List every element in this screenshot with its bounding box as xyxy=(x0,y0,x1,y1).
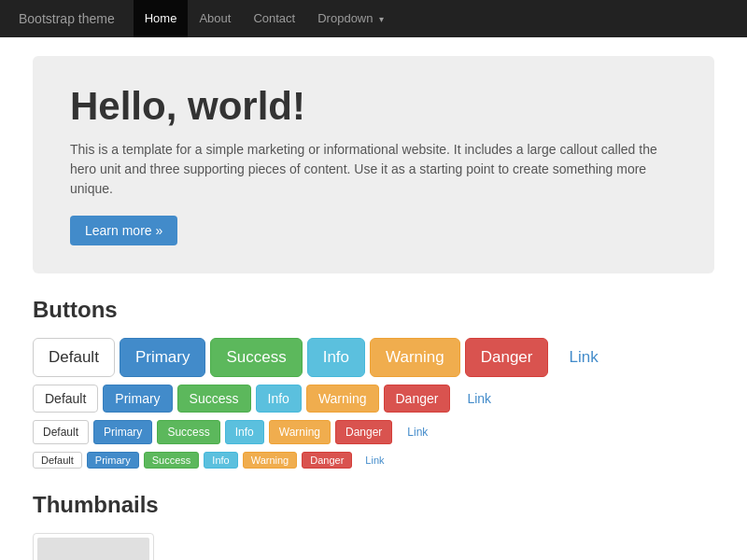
nav-link-about[interactable]: About xyxy=(188,0,242,37)
button-row-md: Default Primary Success Info Warning Dan… xyxy=(33,385,714,413)
navbar: Bootstrap theme Home About Contact Dropd… xyxy=(0,0,747,37)
btn-default-md[interactable]: Default xyxy=(33,385,98,413)
nav-link-contact[interactable]: Contact xyxy=(242,0,306,37)
nav-item-home: Home xyxy=(134,0,189,37)
hero-description: This is a template for a simple marketin… xyxy=(70,140,677,199)
btn-info-lg[interactable]: Info xyxy=(307,338,365,377)
btn-danger-lg[interactable]: Danger xyxy=(465,338,549,377)
thumbnail-placeholder: 200x200 xyxy=(37,538,149,560)
btn-default-sm[interactable]: Default xyxy=(33,420,89,444)
btn-warning-xs[interactable]: Warning xyxy=(243,452,298,469)
jumbotron: Hello, world! This is a template for a s… xyxy=(33,56,714,273)
nav-link-dropdown[interactable]: Dropdown ▾ xyxy=(306,0,395,37)
learn-more-button[interactable]: Learn more » xyxy=(70,216,177,245)
button-row-sm: Default Primary Success Info Warning Dan… xyxy=(33,420,714,444)
buttons-section: Buttons Default Primary Success Info War… xyxy=(33,297,714,469)
btn-success-md[interactable]: Success xyxy=(177,385,251,413)
btn-success-lg[interactable]: Success xyxy=(210,338,302,377)
btn-info-sm[interactable]: Info xyxy=(225,420,264,444)
btn-danger-xs[interactable]: Danger xyxy=(302,452,352,469)
nav-link-home[interactable]: Home xyxy=(134,0,189,37)
btn-link-lg[interactable]: Link xyxy=(553,338,613,377)
hero-heading: Hello, world! xyxy=(70,84,677,129)
button-row-lg: Default Primary Success Info Warning Dan… xyxy=(33,338,714,377)
nav-item-contact: Contact xyxy=(242,0,306,37)
btn-default-lg[interactable]: Default xyxy=(33,338,115,377)
btn-info-md[interactable]: Info xyxy=(256,385,302,413)
btn-danger-md[interactable]: Danger xyxy=(384,385,451,413)
buttons-section-title: Buttons xyxy=(33,297,714,323)
btn-link-md[interactable]: Link xyxy=(455,385,503,413)
thumbnails-section-title: Thumbnails xyxy=(33,492,714,518)
btn-primary-xs[interactable]: Primary xyxy=(87,452,139,469)
btn-success-xs[interactable]: Success xyxy=(144,452,200,469)
btn-default-xs[interactable]: Default xyxy=(33,452,82,469)
thumbnail-item[interactable]: 200x200 xyxy=(33,533,154,560)
nav-item-about: About xyxy=(188,0,242,37)
btn-warning-lg[interactable]: Warning xyxy=(370,338,460,377)
dropdown-arrow-icon: ▾ xyxy=(379,14,384,24)
nav-item-dropdown: Dropdown ▾ xyxy=(306,0,395,37)
navbar-brand[interactable]: Bootstrap theme xyxy=(19,11,115,26)
btn-primary-lg[interactable]: Primary xyxy=(120,338,206,377)
btn-warning-sm[interactable]: Warning xyxy=(269,420,331,444)
btn-success-sm[interactable]: Success xyxy=(157,420,219,444)
btn-danger-sm[interactable]: Danger xyxy=(335,420,392,444)
button-row-xs: Default Primary Success Info Warning Dan… xyxy=(33,452,714,469)
main-container: Hello, world! This is a template for a s… xyxy=(19,37,728,560)
nav-menu: Home About Contact Dropdown ▾ xyxy=(134,0,395,37)
btn-warning-md[interactable]: Warning xyxy=(306,385,379,413)
btn-info-xs[interactable]: Info xyxy=(204,452,237,469)
btn-primary-md[interactable]: Primary xyxy=(103,385,172,413)
btn-primary-sm[interactable]: Primary xyxy=(93,420,152,444)
thumbnails-section: Thumbnails 200x200 xyxy=(33,492,714,560)
btn-link-sm[interactable]: Link xyxy=(397,420,438,444)
btn-link-xs[interactable]: Link xyxy=(357,452,392,469)
